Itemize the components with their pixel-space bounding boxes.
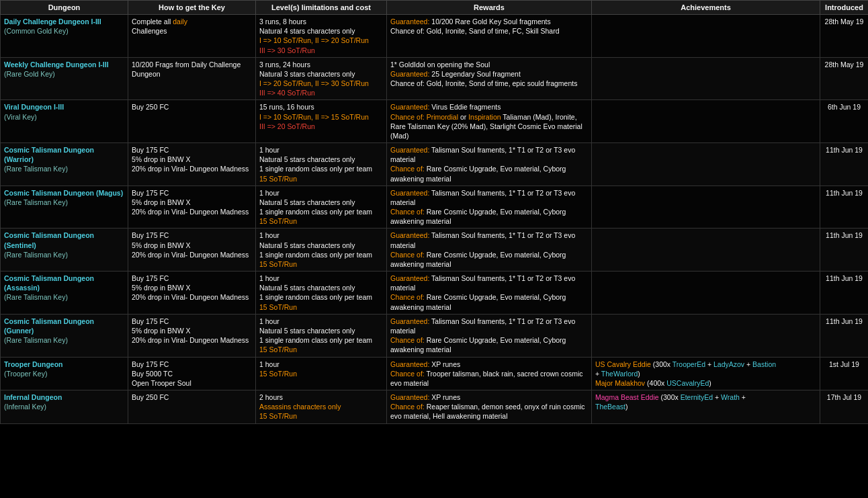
introduced-cell: 11th Jun 19: [820, 314, 869, 357]
achievements-cell: US Cavalry Eddie (300x TrooperEd + LadyA…: [592, 357, 820, 390]
dungeon-cell: Daily Challenge Dungeon I-III(Common Gol…: [1, 15, 128, 58]
key-cell: Buy 250 FC: [128, 100, 256, 143]
rewards-cell: Guaranteed: Talisman Soul framents, 1* T…: [387, 314, 592, 357]
level-cell: 1 hourNatural 5 stars characters only1 s…: [256, 143, 387, 186]
introduced-cell: 17th Jul 19: [820, 390, 869, 424]
dungeon-table: Dungeon How to get the Key Level(s) limi…: [0, 0, 868, 424]
table-row: Cosmic Talisman Dungeon (Gunner)(Rare Ta…: [1, 314, 869, 357]
achievements-cell: [592, 185, 820, 229]
header-dungeon: Dungeon: [1, 1, 128, 15]
dungeon-cell: Weekly Challenge Dungeon I-III(Rare Gold…: [1, 57, 128, 100]
level-cell: 1 hour15 SoT/Run: [256, 357, 387, 390]
level-cell: 1 hourNatural 5 stars characters only1 s…: [256, 185, 387, 229]
achievements-cell: [592, 57, 820, 100]
header-achievements: Achievements: [592, 1, 820, 15]
key-cell: Complete all dailyChallenges: [128, 15, 256, 58]
rewards-cell: Guaranteed: 10/200 Rare Gold Key Soul fr…: [387, 15, 592, 58]
header-level: Level(s) limitations and cost: [256, 1, 387, 15]
table-row: Cosmic Talisman Dungeon (Sentinel)(Rare …: [1, 229, 869, 272]
achievements-cell: [592, 15, 820, 58]
table-row: Trooper Dungeon(Trooper Key)Buy 175 FCBu…: [1, 357, 869, 390]
table-body: Daily Challenge Dungeon I-III(Common Gol…: [1, 15, 869, 424]
introduced-cell: 11th Jun 19: [820, 185, 869, 229]
key-cell: Buy 175 FC5% drop in BNW X20% drop in Vi…: [128, 229, 256, 272]
key-cell: Buy 175 FC5% drop in BNW X20% drop in Vi…: [128, 185, 256, 229]
dungeon-cell: Trooper Dungeon(Trooper Key): [1, 357, 128, 390]
header-introduced: Introduced: [820, 1, 869, 15]
achievements-cell: Magma Beast Eddie (300x EternityEd + Wra…: [592, 390, 820, 424]
table-row: Infernal Dungeon(Infernal Key)Buy 250 FC…: [1, 390, 869, 424]
level-cell: 1 hourNatural 5 stars characters only1 s…: [256, 314, 387, 357]
header-key: How to get the Key: [128, 1, 256, 15]
dungeon-cell: Cosmic Talisman Dungeon (Sentinel)(Rare …: [1, 229, 128, 272]
rewards-cell: Guaranteed: Talisman Soul framents, 1* T…: [387, 272, 592, 315]
key-cell: Buy 250 FC: [128, 390, 256, 424]
rewards-cell: 1* GoldIdol on opening the SoulGuarantee…: [387, 57, 592, 100]
introduced-cell: 11th Jun 19: [820, 143, 869, 186]
level-cell: 1 hourNatural 5 stars characters only1 s…: [256, 229, 387, 272]
table-row: Cosmic Talisman Dungeon (Warrior)(Rare T…: [1, 143, 869, 186]
table-row: Cosmic Talisman Dungeon (Magus)(Rare Tal…: [1, 185, 869, 229]
level-cell: 15 runs, 16 hoursI => 10 SoT/Run, II => …: [256, 100, 387, 143]
table-row: Daily Challenge Dungeon I-III(Common Gol…: [1, 15, 869, 58]
rewards-cell: Guaranteed: XP runesChance of: Reaper ta…: [387, 390, 592, 424]
dungeon-cell: Infernal Dungeon(Infernal Key): [1, 390, 128, 424]
table-row: Weekly Challenge Dungeon I-III(Rare Gold…: [1, 57, 869, 100]
key-cell: Buy 175 FCBuy 5000 TCOpen Trooper Soul: [128, 357, 256, 390]
table-row: Cosmic Talisman Dungeon (Assassin)(Rare …: [1, 272, 869, 315]
key-cell: Buy 175 FC5% drop in BNW X20% drop in Vi…: [128, 143, 256, 186]
achievements-cell: [592, 314, 820, 357]
introduced-cell: 28th May 19: [820, 15, 869, 58]
table-row: Viral Dungeon I-III(Viral Key)Buy 250 FC…: [1, 100, 869, 143]
level-cell: 3 runs, 8 hoursNatural 4 stars character…: [256, 15, 387, 58]
dungeon-cell: Cosmic Talisman Dungeon (Magus)(Rare Tal…: [1, 185, 128, 229]
level-cell: 1 hourNatural 5 stars characters only1 s…: [256, 272, 387, 315]
dungeon-cell: Cosmic Talisman Dungeon (Assassin)(Rare …: [1, 272, 128, 315]
key-cell: Buy 175 FC5% drop in BNW X20% drop in Vi…: [128, 314, 256, 357]
level-cell: 2 hoursAssassins characters only15 SoT/R…: [256, 390, 387, 424]
rewards-cell: Guaranteed: Talisman Soul framents, 1* T…: [387, 143, 592, 186]
achievements-cell: [592, 100, 820, 143]
achievements-cell: [592, 272, 820, 315]
header-rewards: Rewards: [387, 1, 592, 15]
level-cell: 3 runs, 24 hoursNatural 3 stars characte…: [256, 57, 387, 100]
rewards-cell: Guaranteed: Talisman Soul framents, 1* T…: [387, 185, 592, 229]
introduced-cell: 11th Jun 19: [820, 272, 869, 315]
introduced-cell: 6th Jun 19: [820, 100, 869, 143]
dungeon-cell: Cosmic Talisman Dungeon (Gunner)(Rare Ta…: [1, 314, 128, 357]
rewards-cell: Guaranteed: XP runesChance of: Trooper t…: [387, 357, 592, 390]
rewards-cell: Guaranteed: Talisman Soul framents, 1* T…: [387, 229, 592, 272]
dungeon-cell: Cosmic Talisman Dungeon (Warrior)(Rare T…: [1, 143, 128, 186]
dungeon-cell: Viral Dungeon I-III(Viral Key): [1, 100, 128, 143]
achievements-cell: [592, 229, 820, 272]
achievements-cell: [592, 143, 820, 186]
introduced-cell: 28th May 19: [820, 57, 869, 100]
key-cell: Buy 175 FC5% drop in BNW X20% drop in Vi…: [128, 272, 256, 315]
rewards-cell: Guaranteed: Virus Eddie fragmentsChance …: [387, 100, 592, 143]
introduced-cell: 11th Jun 19: [820, 229, 869, 272]
key-cell: 10/200 Frags from Daily Challenge Dungeo…: [128, 57, 256, 100]
introduced-cell: 1st Jul 19: [820, 357, 869, 390]
